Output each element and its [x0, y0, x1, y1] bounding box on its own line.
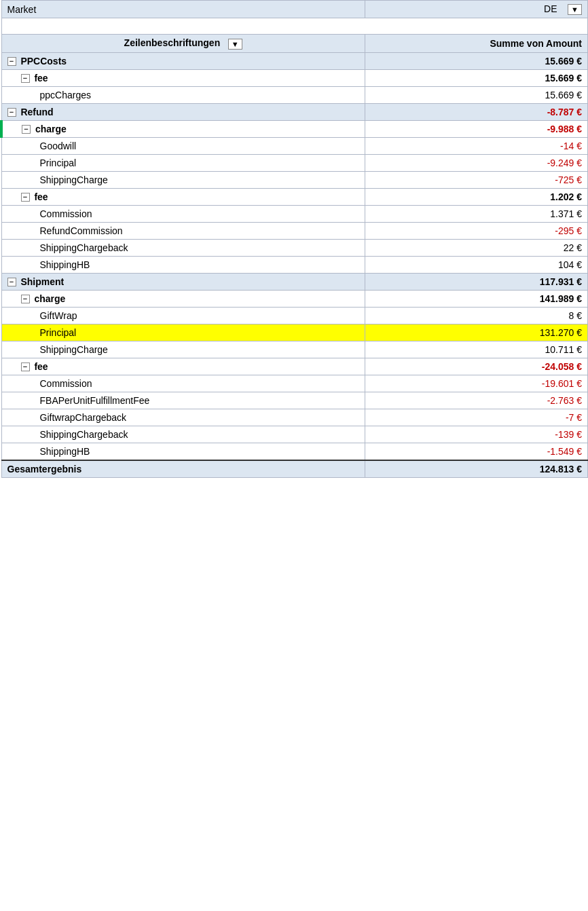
group-row-shipment: − Shipment 117.931 € [1, 273, 588, 290]
subgroup-label-ppccosts-fee: − fee [1, 69, 365, 86]
collapse-icon-shipment[interactable]: − [7, 278, 16, 286]
shipment-shippinghb-amount: -1.549 € [365, 443, 587, 460]
group-label-ppccosts: − PPCCosts [1, 52, 365, 69]
group-row-ppccosts: − PPCCosts 15.669 € [1, 52, 588, 69]
market-label: Market [1, 1, 365, 18]
fba-amount: -2.763 € [365, 392, 587, 409]
item-row-shipment-shippingcharge: ShippingCharge 10.711 € [1, 341, 588, 358]
ppccosts-fee-amount: 15.669 € [365, 69, 587, 86]
subgroup-label-shipment-charge: − charge [1, 290, 365, 307]
collapse-icon-refund-charge[interactable]: − [22, 125, 31, 134]
refund-shippingchargeback-amount: 22 € [365, 239, 587, 256]
shipment-giftwrap-amount: 8 € [365, 307, 587, 324]
ppccosts-label: PPCCosts [20, 56, 67, 67]
shipment-charge-amount: 141.989 € [365, 290, 587, 307]
refund-fee-amount: 1.202 € [365, 188, 587, 205]
refund-goodwill-label: Goodwill [1, 137, 365, 154]
refund-goodwill-amount: -14 € [365, 137, 587, 154]
shipment-shippinghb-label: ShippingHB [1, 443, 365, 460]
giftwrapchargeback-amount: -7 € [365, 409, 587, 426]
ppccharges-label: ppcCharges [1, 86, 365, 103]
collapse-icon-shipment-fee[interactable]: − [21, 362, 30, 371]
subgroup-row-shipment-charge: − charge 141.989 € [1, 290, 588, 307]
filter-button[interactable]: ▼ [568, 4, 582, 15]
total-amount: 124.813 € [365, 460, 587, 478]
shipment-principal-label: Principal [1, 324, 365, 341]
collapse-icon-refund-fee[interactable]: − [21, 193, 30, 202]
total-row: Gesamtergebnis 124.813 € [1, 460, 588, 478]
shipment-charge-label: charge [34, 293, 65, 304]
total-label: Gesamtergebnis [1, 460, 365, 478]
subgroup-row-shipment-fee: − fee -24.058 € [1, 358, 588, 375]
refund-amount: -8.787 € [365, 103, 587, 120]
shipment-amount: 117.931 € [365, 273, 587, 290]
subgroup-row-refund-fee: − fee 1.202 € [1, 188, 588, 205]
item-row-refund-shippingchargeback: ShippingChargeback 22 € [1, 239, 588, 256]
collapse-icon-ppccosts-fee[interactable]: − [21, 74, 30, 83]
collapse-icon-shipment-charge[interactable]: − [21, 295, 30, 303]
item-row-refundcommission: RefundCommission -295 € [1, 222, 588, 239]
subgroup-label-refund-fee: − fee [1, 188, 365, 205]
refund-shippinghb-label: ShippingHB [1, 256, 365, 273]
shipment-giftwrap-label: GiftWrap [1, 307, 365, 324]
group-label-refund: − Refund [1, 103, 365, 120]
col-header-label: Zeilenbeschriftungen ▼ [1, 35, 365, 52]
refund-shippingcharge-label: ShippingCharge [1, 171, 365, 188]
giftwrapchargeback-label: GiftwrapChargeback [1, 409, 365, 426]
column-header-row: Zeilenbeschriftungen ▼ Summe von Amount [1, 35, 588, 52]
item-row-fba: FBAPerUnitFulfillmentFee -2.763 € [1, 392, 588, 409]
refund-shippingchargeback-label: ShippingChargeback [1, 239, 365, 256]
ppccharges-amount: 15.669 € [365, 86, 587, 103]
shipment-label: Shipment [20, 276, 64, 287]
item-row-giftwrapchargeback: GiftwrapChargeback -7 € [1, 409, 588, 426]
ppccosts-fee-label: fee [34, 73, 48, 83]
col-filter-button[interactable]: ▼ [228, 39, 242, 50]
group-row-refund: − Refund -8.787 € [1, 103, 588, 120]
shipment-fee-label: fee [34, 361, 48, 372]
item-row-refund-commission: Commission 1.371 € [1, 205, 588, 222]
refund-commission-amount: 1.371 € [365, 205, 587, 222]
item-row-shipment-shippinghb: ShippingHB -1.549 € [1, 443, 588, 460]
refund-fee-label: fee [34, 191, 48, 202]
subgroup-label-shipment-fee: − fee [1, 358, 365, 375]
col-label-text: Zeilenbeschriftungen [124, 37, 221, 48]
shipment-fee-amount: -24.058 € [365, 358, 587, 375]
market-value-text: DE [544, 3, 557, 14]
subgroup-row-refund-charge: − charge -9.988 € [1, 120, 588, 137]
item-row-shipment-principal: Principal 131.270 € [1, 324, 588, 341]
refund-shippinghb-amount: 104 € [365, 256, 587, 273]
col-header-amount: Summe von Amount [365, 35, 587, 52]
collapse-icon-ppccosts[interactable]: − [7, 57, 16, 66]
ppccosts-amount: 15.669 € [365, 52, 587, 69]
item-row-refund-shippingcharge: ShippingCharge -725 € [1, 171, 588, 188]
refund-principal-label: Principal [1, 154, 365, 171]
refund-charge-label: charge [35, 124, 67, 134]
refund-commission-label: Commission [1, 205, 365, 222]
item-row-shipment-giftwrap: GiftWrap 8 € [1, 307, 588, 324]
refund-principal-amount: -9.249 € [365, 154, 587, 171]
item-row-refund-shippinghb: ShippingHB 104 € [1, 256, 588, 273]
shipment-shippingchargeback-amount: -139 € [365, 426, 587, 443]
refund-label: Refund [20, 107, 53, 117]
item-row-ppccharges: ppcCharges 15.669 € [1, 86, 588, 103]
pivot-table: Market DE ▼ Zeilenbeschriftungen ▼ Summe… [0, 0, 588, 478]
refundcommission-amount: -295 € [365, 222, 587, 239]
item-row-shipment-shippingchargeback: ShippingChargeback -139 € [1, 426, 588, 443]
refund-charge-amount: -9.988 € [365, 120, 587, 137]
spacer-row [1, 18, 588, 35]
market-value: DE ▼ [365, 1, 587, 18]
shipment-commission-amount: -19.601 € [365, 375, 587, 392]
subgroup-row-ppccosts-fee: − fee 15.669 € [1, 69, 588, 86]
shipment-shippingcharge-label: ShippingCharge [1, 341, 365, 358]
shipment-shippingcharge-amount: 10.711 € [365, 341, 587, 358]
shipment-shippingchargeback-label: ShippingChargeback [1, 426, 365, 443]
group-label-shipment: − Shipment [1, 273, 365, 290]
subgroup-label-refund-charge: − charge [1, 120, 365, 137]
collapse-icon-refund[interactable]: − [7, 108, 16, 117]
fba-label: FBAPerUnitFulfillmentFee [1, 392, 365, 409]
shipment-commission-label: Commission [1, 375, 365, 392]
shipment-principal-amount: 131.270 € [365, 324, 587, 341]
refundcommission-label: RefundCommission [1, 222, 365, 239]
item-row-refund-goodwill: Goodwill -14 € [1, 137, 588, 154]
item-row-refund-principal: Principal -9.249 € [1, 154, 588, 171]
